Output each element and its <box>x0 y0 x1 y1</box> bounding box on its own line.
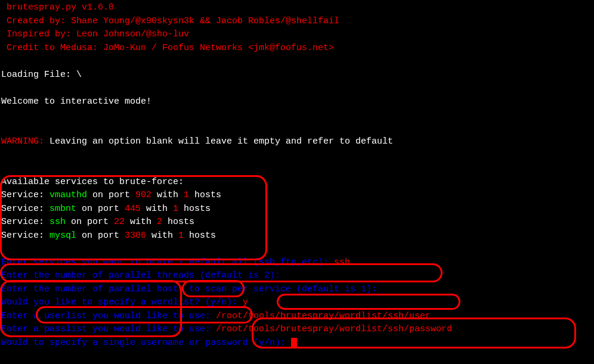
prompt-threads: Enter the number of parallel threads (de… <box>1 269 593 283</box>
services-header: Available services to brute-force: <box>1 176 593 189</box>
header-title: brutespray.py v1.6.0 <box>1 1 593 15</box>
prompt-hosts: Enter the number of parallel hosts to sc… <box>1 283 593 297</box>
header-inspired-by: Inspired by: Leon Johnson/@sho-luv <box>1 28 593 42</box>
prompt-wordlist: Would you like to specify a wordlist? (y… <box>1 296 593 310</box>
loading-line: Loading File: \ <box>1 69 593 82</box>
service-row: Service: mysql on port 3306 with 1 hosts <box>1 229 593 243</box>
terminal-output: brutespray.py v1.6.0 Created by: Shane Y… <box>1 1 593 350</box>
service-row: Service: smbnt on port 445 with 1 hosts <box>1 203 593 216</box>
warning-line: WARNING: Leaving an option blank will le… <box>1 135 593 149</box>
prompt-single-userpass[interactable]: Would to specify a single username or pa… <box>1 337 593 350</box>
cursor-icon <box>291 338 297 347</box>
prompt-passlist: Enter a passlist you would like to use: … <box>1 323 593 337</box>
welcome-line: Welcome to interactive mode! <box>1 95 593 109</box>
service-row: Service: vmauthd on port 902 with 1 host… <box>1 189 593 203</box>
prompt-services: Enter services you want to brute - defau… <box>1 256 593 270</box>
prompt-userlist: Enter a userlist you would like to use: … <box>1 310 593 323</box>
header-created-by: Created by: Shane Young/@x90skysn3k && J… <box>1 15 593 29</box>
service-row: Service: ssh on port 22 with 2 hosts <box>1 216 593 229</box>
header-credit: Credit to Medusa: JoMo-Kun / Foofus Netw… <box>1 42 593 55</box>
